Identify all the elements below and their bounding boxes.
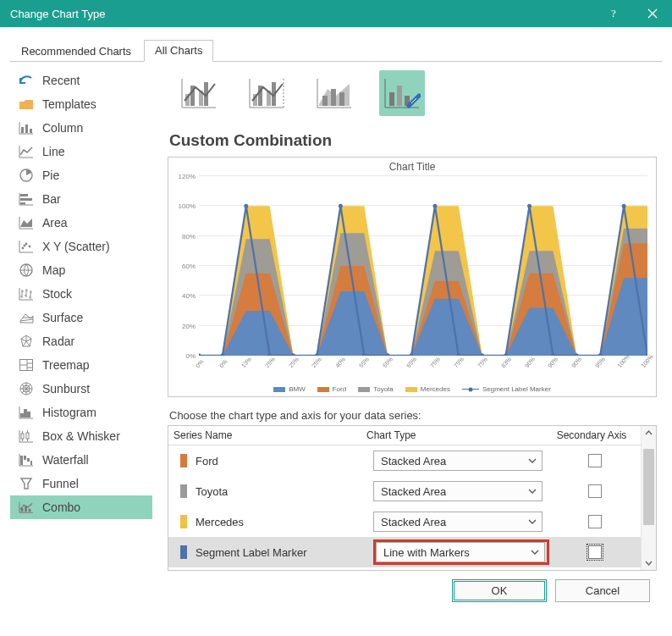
legend-toyota: Toyota: [373, 385, 394, 393]
header-series-name: Series Name: [168, 429, 366, 441]
chart-type-select[interactable]: Line with Markers: [376, 542, 545, 562]
scroll-down-icon[interactable]: [642, 556, 656, 570]
section-heading: Custom Combination: [169, 131, 657, 150]
sidebar-item-funnel[interactable]: Funnel: [10, 472, 152, 495]
sidebar-item-treemap[interactable]: Treemap: [10, 353, 152, 377]
svg-point-52: [433, 204, 438, 208]
close-button[interactable]: [633, 0, 672, 27]
sidebar-item-stock[interactable]: Stock: [10, 282, 152, 306]
sidebar-item-xy-scatter[interactable]: X Y (Scatter): [10, 235, 152, 258]
series-swatch: [180, 484, 187, 498]
series-row[interactable]: MercedesStacked Area: [168, 506, 641, 537]
sidebar-item-combo[interactable]: Combo: [10, 495, 152, 519]
svg-rect-1: [21, 127, 24, 133]
chevron-down-icon: [528, 516, 537, 528]
column-icon: [19, 120, 34, 135]
radar-icon: [19, 334, 34, 349]
combo-subtype-clustered-line-secondary[interactable]: [244, 70, 289, 116]
sidebar-item-label: Column: [42, 121, 83, 135]
secondary-axis-checkbox[interactable]: [588, 515, 602, 528]
recent-icon: [19, 73, 34, 88]
sidebar-item-label: Recent: [42, 74, 80, 87]
sidebar-item-column[interactable]: Column: [10, 116, 152, 140]
line-icon: [19, 144, 34, 159]
combo-subtype-strip: [168, 70, 657, 116]
combo-subtype-clustered-line[interactable]: [176, 70, 222, 116]
ok-button[interactable]: OK: [452, 579, 547, 602]
sidebar-item-radar[interactable]: Radar: [10, 329, 152, 353]
sidebar-item-label: Templates: [42, 97, 96, 111]
tab-all-charts[interactable]: All Charts: [144, 40, 213, 62]
sidebar-item-templates[interactable]: Templates: [10, 92, 152, 116]
tabstrip: Recommended Charts All Charts: [10, 39, 662, 62]
sidebar-item-sunburst[interactable]: Sunburst: [10, 377, 152, 401]
scatter-icon: [19, 239, 34, 254]
svg-point-8: [22, 247, 25, 250]
series-row[interactable]: FordStacked Area: [168, 445, 641, 476]
svg-rect-23: [27, 458, 30, 462]
box-whisker-icon: [19, 429, 34, 444]
choose-label: Choose the chart type and axis for your …: [169, 409, 657, 422]
sunburst-icon: [19, 381, 34, 396]
svg-rect-6: [20, 198, 32, 201]
chart-type-select[interactable]: Stacked Area: [373, 451, 543, 471]
sidebar-item-histogram[interactable]: Histogram: [10, 401, 152, 424]
secondary-axis-checkbox[interactable]: [588, 454, 602, 467]
series-name-label: Toyota: [196, 485, 228, 498]
combo-subtype-stacked-area-column[interactable]: [311, 70, 357, 116]
sidebar-item-label: Area: [42, 216, 68, 230]
sidebar-item-surface[interactable]: Surface: [10, 306, 152, 329]
tab-recommended-charts[interactable]: Recommended Charts: [10, 41, 142, 62]
area-icon: [19, 215, 34, 230]
svg-rect-18: [27, 412, 30, 418]
chevron-down-icon: [528, 455, 537, 467]
sidebar-item-recent[interactable]: Recent: [10, 69, 152, 92]
svg-point-11: [24, 245, 26, 247]
chart-legend: BMW Ford Toyota Mercedes Segment Label M…: [168, 385, 656, 393]
series-swatch: [180, 515, 187, 528]
sidebar-item-label: Stock: [42, 287, 72, 301]
scroll-up-icon[interactable]: [642, 426, 656, 440]
sidebar-item-line[interactable]: Line: [10, 140, 152, 163]
header-secondary-axis: Secondary Axis: [543, 429, 641, 441]
secondary-axis-checkbox[interactable]: [588, 545, 602, 559]
map-icon: [19, 263, 34, 278]
sidebar-item-waterfall[interactable]: Waterfall: [10, 448, 152, 472]
funnel-icon: [19, 476, 34, 491]
surface-icon: [19, 310, 34, 325]
sidebar-item-label: Surface: [42, 311, 83, 324]
stock-icon: [19, 286, 34, 301]
secondary-axis-checkbox[interactable]: [588, 484, 602, 498]
svg-rect-17: [24, 409, 27, 418]
chart-preview[interactable]: Chart Title 0%0%13%25%25%25%40%55%55%65%…: [168, 157, 657, 397]
scroll-thumb[interactable]: [643, 449, 654, 525]
sidebar-item-bar[interactable]: Bar: [10, 187, 152, 211]
header-chart-type: Chart Type: [366, 429, 543, 441]
svg-point-60: [622, 204, 626, 208]
sidebar-item-area[interactable]: Area: [10, 211, 152, 235]
chart-type-select[interactable]: Stacked Area: [373, 512, 543, 532]
combo-subtype-custom[interactable]: [379, 70, 425, 116]
sidebar-item-map[interactable]: Map: [10, 258, 152, 282]
sidebar-item-label: Bar: [42, 192, 61, 206]
series-row[interactable]: Segment Label MarkerLine with Markers: [168, 537, 641, 567]
sidebar-item-pie[interactable]: Pie: [10, 163, 152, 187]
sidebar-item-label: Box & Whisker: [42, 429, 120, 443]
chart-type-sidebar: Recent Templates Column Line Pie Bar Are…: [10, 62, 152, 626]
help-button[interactable]: ?: [594, 0, 633, 27]
svg-point-44: [244, 204, 248, 208]
svg-point-56: [527, 204, 532, 208]
svg-point-42: [199, 353, 201, 356]
series-row[interactable]: ToyotaStacked Area: [168, 476, 641, 506]
chart-type-select[interactable]: Stacked Area: [373, 481, 543, 501]
sidebar-item-label: Funnel: [42, 477, 79, 490]
svg-rect-38: [339, 92, 344, 106]
sidebar-item-label: Combo: [42, 501, 80, 514]
chart-title: Chart Title: [168, 158, 656, 174]
sidebar-item-box-whisker[interactable]: Box & Whisker: [10, 424, 152, 448]
cancel-button[interactable]: Cancel: [555, 579, 650, 602]
legend-ford: Ford: [333, 385, 346, 393]
svg-rect-27: [29, 509, 31, 512]
svg-rect-24: [30, 461, 32, 465]
series-table-scrollbar[interactable]: [641, 426, 656, 570]
